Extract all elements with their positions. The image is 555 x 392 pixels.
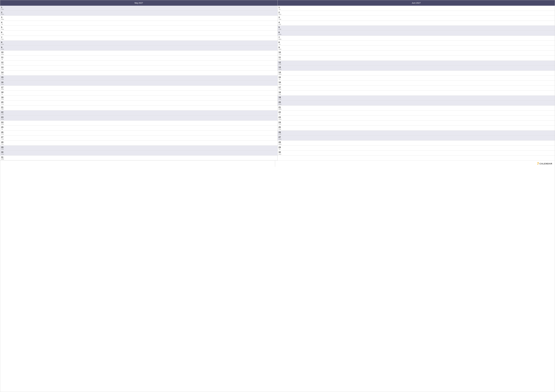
day-number: 20 [279, 101, 282, 104]
day-name: TOR [279, 89, 282, 90]
day-name: MÅN [1, 89, 5, 90]
day-name: TOR [1, 69, 5, 70]
day-name: LÖR [279, 134, 282, 135]
day-name: TIS [1, 59, 5, 60]
day-name: LÖR [279, 99, 282, 100]
day-name: ONS [279, 119, 282, 120]
day-number: 9 [279, 46, 282, 49]
day-name: TIS [279, 44, 282, 45]
day-name: TOR [1, 34, 5, 35]
day-row: 20TOR [0, 100, 278, 106]
day-number: 31 [1, 156, 5, 158]
day-number: 26 [279, 131, 282, 134]
day-name: FRE [279, 59, 282, 60]
day-number: 17 [279, 86, 282, 89]
day-number: 5 [1, 26, 5, 29]
day-name: FRE [1, 109, 5, 110]
day-number: 12 [1, 61, 5, 64]
day-number: 24 [279, 121, 282, 124]
day-name: LÖR [1, 79, 5, 80]
day-number: 14 [1, 71, 5, 74]
day-name: ONS [1, 29, 5, 30]
day-number: 15 [279, 76, 282, 78]
day-row: 19LÖR [278, 96, 555, 101]
day-number: 16 [1, 81, 5, 84]
day-row: 29LÖR [0, 146, 278, 151]
day-number: 7 [279, 36, 282, 39]
day-row: 2ONS [278, 11, 555, 16]
day-number: 4 [279, 21, 282, 24]
day-name: TIS [279, 114, 282, 115]
day-row: 15LÖR [0, 76, 278, 81]
day-number: 11 [279, 56, 282, 59]
month-header-juni-2027: Juni 2027 [278, 0, 555, 6]
day-row: 12LÖR [278, 61, 555, 66]
day-name: FRE [1, 39, 5, 40]
brand-footer: 7CALENDAR [275, 161, 555, 167]
day-row: 3MÅN [0, 16, 278, 21]
day-row: 24MÅN [0, 121, 278, 126]
day-name: LÖR [1, 44, 5, 45]
day-row: 8LÖR [0, 41, 278, 46]
day-number: 8 [1, 41, 5, 44]
day-name: TOR [1, 104, 5, 105]
day-row: 30ONS [278, 150, 555, 156]
day-number: 28 [1, 141, 5, 143]
day-name: ONS [1, 134, 5, 135]
day-name: FRE [279, 94, 282, 95]
day-number: 29 [1, 146, 5, 149]
day-number: 18 [279, 91, 282, 93]
day-number: 2 [1, 11, 5, 14]
day-name: FRE [1, 144, 5, 145]
day-name: TIS [1, 94, 5, 95]
day-name: MÅN [1, 158, 5, 160]
day-row: 10MÅN [0, 50, 278, 56]
day-row: 15TIS [278, 76, 555, 81]
day-row: 17TOR [278, 86, 555, 91]
day-number: 24 [1, 121, 5, 124]
day-name: ONS [279, 14, 282, 15]
day-row: 27TOR [0, 135, 278, 141]
day-name: ONS [279, 84, 282, 85]
day-row: 5LÖR [278, 26, 555, 31]
day-number: 9 [1, 46, 5, 49]
day-number: 14 [279, 71, 282, 74]
day-name: TOR [279, 54, 282, 55]
day-number: 26 [1, 131, 5, 134]
day-number: 20 [1, 101, 5, 104]
calendar-brand-text: CALENDAR [540, 163, 552, 165]
day-row: 5ONS [0, 26, 278, 31]
calendar-container: Maj 20271LÖR2SÖN3MÅN4TIS5ONS6TOR7FRE8LÖR… [0, 0, 555, 392]
day-name: MÅN [1, 19, 5, 20]
day-name: SÖN [279, 34, 282, 35]
day-row: 22TIS [278, 110, 555, 115]
calendar-brand: 7CALENDAR [537, 162, 552, 165]
day-number: 1 [279, 6, 282, 9]
day-row: 2SÖN [0, 11, 278, 16]
day-number: 15 [1, 76, 5, 78]
day-name: LÖR [279, 29, 282, 30]
day-row: 20SÖN [278, 100, 555, 106]
day-row: 22LÖR [0, 110, 278, 115]
day-name: SÖN [279, 69, 282, 70]
day-number: 19 [1, 96, 5, 99]
day-number: 30 [279, 151, 282, 153]
day-number: 3 [1, 16, 5, 19]
day-row: 25FRE [278, 126, 555, 131]
day-row: 16SÖN [0, 81, 278, 86]
day-name: ONS [279, 154, 282, 155]
day-row: 6SÖN [278, 31, 555, 36]
day-number: 21 [279, 106, 282, 109]
day-name: FRE [279, 24, 282, 25]
day-row: 7MÅN [278, 36, 555, 41]
day-number: 25 [279, 126, 282, 128]
day-name: LÖR [1, 9, 5, 10]
day-row: 21FRE [0, 106, 278, 111]
day-row: 13TOR [0, 66, 278, 71]
day-name: SÖN [1, 154, 5, 155]
day-name: TIS [1, 24, 5, 25]
day-number: 2 [279, 11, 282, 14]
day-number: 1 [1, 6, 5, 9]
calendar-brand-icon: 7 [537, 162, 539, 165]
month-column-maj-2027: Maj 20271LÖR2SÖN3MÅN4TIS5ONS6TOR7FRE8LÖR… [0, 0, 278, 160]
